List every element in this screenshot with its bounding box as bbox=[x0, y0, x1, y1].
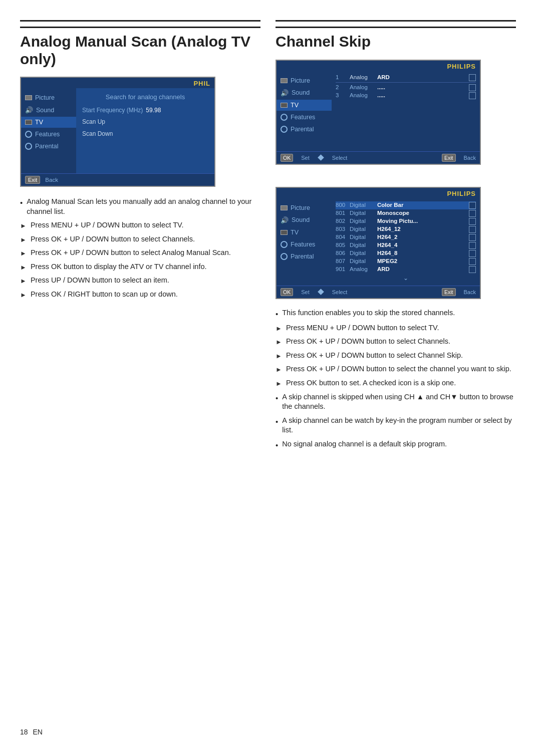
ch-num-800: 800 bbox=[336, 202, 350, 209]
label-features-rb: Features bbox=[291, 241, 315, 248]
menu-item-sound[interactable]: 🔊 Sound bbox=[21, 104, 76, 116]
checkbox-805 bbox=[469, 242, 476, 249]
label-parental-rb: Parental bbox=[291, 253, 314, 260]
menu-item-tv[interactable]: TV bbox=[21, 117, 76, 128]
r-text-0: This function enables you to skip the st… bbox=[282, 308, 516, 318]
philips-logo-right-top: PHILIPS bbox=[277, 61, 480, 71]
channel-header-top: 1 Analog ARD bbox=[336, 74, 476, 83]
ch-num-801: 801 bbox=[336, 210, 350, 217]
ch-name-803: H264_12 bbox=[377, 226, 468, 233]
ch-num-802: 802 bbox=[336, 218, 350, 225]
menu-item-parental[interactable]: Parental bbox=[21, 141, 76, 152]
menu-sound-rt[interactable]: 🔊 Sound bbox=[277, 87, 332, 99]
features-icon-rb bbox=[281, 241, 288, 248]
menu-picture-rb[interactable]: Picture bbox=[277, 202, 332, 213]
exit-btn-bottom[interactable]: Exit bbox=[442, 288, 456, 296]
r-text-7: A skip channel can be watch by key-in th… bbox=[282, 416, 516, 435]
ch-type-3: Analog bbox=[350, 92, 377, 99]
r-bullet-6: • bbox=[276, 393, 278, 403]
ch-name-807: MPEG2 bbox=[377, 258, 468, 265]
checkbox-901 bbox=[469, 266, 476, 273]
ch-name-801: Monoscope bbox=[377, 210, 468, 217]
ch-row-807: 807 Digital MPEG2 bbox=[336, 258, 476, 266]
ch-name-3: ..... bbox=[377, 92, 468, 99]
left-section-title: Analog Manual Scan (Analog TV only) bbox=[20, 27, 260, 68]
instr-text-4: Press OK button to display the ATV or TV… bbox=[31, 262, 260, 272]
channel-content-top: 1 Analog ARD 2 Analog ..... 3 bbox=[332, 71, 480, 151]
sound-icon-rb: 🔊 bbox=[281, 216, 289, 224]
ok-btn-bottom[interactable]: OK bbox=[281, 288, 293, 296]
parental-icon-rt bbox=[281, 126, 288, 133]
back-label-bottom: Back bbox=[464, 289, 476, 295]
menu-item-tv-label: TV bbox=[35, 119, 43, 126]
picture-icon bbox=[25, 95, 32, 100]
menu-parental-rb[interactable]: Parental bbox=[277, 251, 332, 262]
col-type: Analog bbox=[350, 74, 377, 81]
ch-check-802 bbox=[468, 218, 476, 225]
ch-num-2: 2 bbox=[336, 84, 350, 91]
picture-icon-rb bbox=[281, 205, 288, 210]
menu-tv-rb[interactable]: TV bbox=[277, 227, 332, 238]
instr-item-6: ► Press OK / RIGHT button to scan up or … bbox=[20, 290, 260, 300]
parental-icon bbox=[25, 143, 32, 150]
menu-features-rb[interactable]: Features bbox=[277, 239, 332, 250]
r-text-8: No signal analog channel is a default sk… bbox=[282, 439, 516, 449]
ch-num-806: 806 bbox=[336, 250, 350, 257]
tv-footer-left: Exit Back bbox=[21, 173, 214, 186]
menu-sound-rb[interactable]: 🔊 Sound bbox=[277, 214, 332, 226]
menu-item-sound-label: Sound bbox=[36, 107, 54, 114]
frequency-row: Start Frequency (MHz) 59.98 bbox=[82, 107, 208, 114]
r-bullet-0: • bbox=[276, 309, 278, 319]
checkbox-3-top bbox=[469, 92, 476, 99]
page-number: 18 bbox=[20, 728, 28, 736]
picture-icon-rt bbox=[281, 78, 288, 83]
ch-type-807: Digital bbox=[350, 258, 377, 265]
select-label-bottom: Select bbox=[332, 289, 348, 295]
ch-type-800: Digital bbox=[350, 202, 377, 209]
checkbox-801 bbox=[469, 210, 476, 217]
menu-item-features[interactable]: Features bbox=[21, 129, 76, 140]
ch-num-804: 804 bbox=[336, 234, 350, 241]
checkbox-0-top bbox=[469, 74, 476, 81]
channel-content-bottom: 800 Digital Color Bar 801 Digital Monosc… bbox=[332, 198, 480, 286]
menu-picture-rt[interactable]: Picture bbox=[277, 75, 332, 86]
r-instr-5: ► Press OK button to set. A checked icon… bbox=[276, 378, 516, 388]
r-instr-8: • No signal analog channel is a default … bbox=[276, 439, 516, 450]
menu-tv-rt[interactable]: TV bbox=[277, 100, 332, 111]
features-icon-rt bbox=[281, 114, 288, 121]
back-label-top: Back bbox=[464, 155, 476, 161]
ch-row-901: 901 Analog ARD bbox=[336, 266, 476, 274]
r-instr-6: • A skip channel is skipped when using C… bbox=[276, 392, 516, 412]
scan-up-option[interactable]: Scan Up bbox=[82, 118, 208, 126]
scan-down-option[interactable]: Scan Down bbox=[82, 130, 208, 138]
menu-parental-rt[interactable]: Parental bbox=[277, 124, 332, 135]
ok-btn-top[interactable]: OK bbox=[281, 154, 293, 162]
page-footer: 18 EN bbox=[20, 728, 43, 736]
right-instructions: • This function enables you to skip the … bbox=[276, 308, 516, 451]
bullet-arrow-4: ► bbox=[20, 263, 27, 272]
label-picture-rb: Picture bbox=[291, 204, 310, 211]
tv-sidebar-right-top: Picture 🔊 Sound TV Features bbox=[277, 71, 332, 151]
ch-name-802: Moving Pictu... bbox=[377, 218, 468, 225]
tv-icon-rt bbox=[281, 103, 288, 108]
checkbox-804 bbox=[469, 234, 476, 241]
exit-btn-top[interactable]: Exit bbox=[442, 154, 456, 162]
checkbox-2-top bbox=[469, 84, 476, 91]
exit-button-left[interactable]: Exit bbox=[25, 176, 40, 184]
label-sound-rb: Sound bbox=[292, 216, 310, 223]
set-label-top: Set bbox=[301, 155, 310, 161]
ch-check-3 bbox=[468, 92, 476, 99]
instr-text-1: Press MENU + UP / DOWN button to select … bbox=[31, 220, 260, 230]
checkbox-806 bbox=[469, 250, 476, 257]
channel-skip-tv-box-bottom: PHILIPS Picture 🔊 Sound TV bbox=[276, 187, 481, 299]
menu-features-rt[interactable]: Features bbox=[277, 112, 332, 123]
parental-icon-rb bbox=[281, 253, 288, 260]
checkbox-803 bbox=[469, 226, 476, 233]
diamond-icon-top bbox=[318, 154, 324, 161]
ch-check-806 bbox=[468, 250, 476, 257]
bullet-arrow-2: ► bbox=[20, 235, 27, 244]
menu-item-picture[interactable]: Picture bbox=[21, 92, 76, 103]
scroll-down-arrow: ⌄ bbox=[336, 274, 476, 283]
ch-check-2 bbox=[468, 84, 476, 91]
ch-num-3: 3 bbox=[336, 92, 350, 99]
